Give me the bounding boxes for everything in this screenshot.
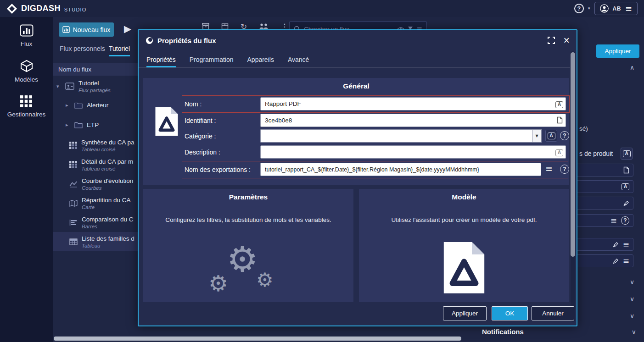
- translate-icon[interactable]: A: [555, 148, 563, 156]
- tab-programmation[interactable]: Programmation: [190, 56, 234, 67]
- app-logo-suffix: STUDIO: [64, 7, 87, 12]
- dialog-titlebar: Propriétés du flux ×: [139, 30, 577, 50]
- identifiant-input[interactable]: [260, 114, 566, 127]
- cancel-button[interactable]: Annuler: [532, 306, 574, 320]
- archive-icon[interactable]: [202, 23, 209, 30]
- partial-label: sé): [579, 125, 588, 132]
- sidebar-item-modeles[interactable]: Modèles: [15, 60, 38, 83]
- crosstab-icon: [69, 142, 77, 149]
- caret-expanded-icon[interactable]: ▾: [56, 84, 61, 89]
- digdash-logo-icon: [6, 3, 17, 14]
- description-input[interactable]: [260, 145, 566, 159]
- gear-icon: ⚙: [208, 272, 228, 294]
- tab-flux-personnels[interactable]: Flux personnels: [60, 45, 105, 55]
- flux-properties-dialog: Propriétés du flux × Propriétés Programm…: [138, 29, 577, 326]
- partial-label-produit: s de produit: [579, 150, 613, 157]
- play-icon[interactable]: ▶: [124, 24, 131, 34]
- help-dropdown-caret-icon[interactable]: ▾: [588, 6, 590, 11]
- list-icon: ≡: [623, 241, 629, 248]
- translate-icon: A: [548, 132, 555, 139]
- section-expand-icon[interactable]: ∨: [630, 279, 634, 285]
- tab-tutoriel[interactable]: Tutoriel: [109, 45, 130, 56]
- tab-avance[interactable]: Avancé: [288, 56, 309, 67]
- chevron-down-icon: ∨: [632, 329, 636, 335]
- modele-description: Utilisez l'assistant pour créer un modèl…: [359, 216, 569, 223]
- general-section: Général Nom : A Identifiant : Catégorie …: [143, 78, 569, 185]
- parametres-description: Configurez les filtres, la substitution …: [143, 216, 353, 223]
- close-icon[interactable]: ×: [564, 35, 570, 46]
- grid-icon: [20, 95, 32, 107]
- folder-icon: [74, 102, 83, 109]
- folder-icon: [74, 121, 83, 128]
- translate-icon[interactable]: A: [555, 100, 563, 108]
- section-expand-icon[interactable]: ∨: [630, 313, 634, 319]
- list-icon: ≡: [623, 257, 629, 265]
- gear-icon: ⚙: [227, 242, 258, 277]
- digdash-studio-window: DIGDASH STUDIO ? ▾ AB ≡: [0, 0, 644, 342]
- section-expand-icon[interactable]: ∨: [630, 296, 634, 302]
- categorie-select[interactable]: ▼: [260, 129, 542, 143]
- maximize-icon[interactable]: [547, 36, 555, 44]
- new-flux-button[interactable]: Nouveau flux: [59, 22, 114, 37]
- help-icon[interactable]: ?: [574, 4, 584, 13]
- translate-icon: A: [623, 150, 631, 157]
- translate-icon: A: [622, 183, 629, 190]
- description-label: Description :: [185, 145, 220, 159]
- identifiant-label: Identifiant :: [185, 114, 216, 127]
- pdf-file-icon-large: [441, 240, 487, 295]
- sidebar-label: Flux: [21, 40, 33, 47]
- dialog-tabs: Propriétés Programmation Appareils Avanc…: [139, 50, 570, 68]
- modele-title: Modèle: [359, 189, 569, 201]
- tab-proprietes[interactable]: Propriétés: [146, 56, 176, 67]
- sidebar-item-flux[interactable]: Flux: [20, 24, 34, 47]
- dialog-title: Propriétés du flux: [157, 37, 216, 44]
- table-icon: [69, 238, 78, 245]
- panel-apply-button[interactable]: Appliquer: [596, 44, 639, 58]
- line-chart-icon: [69, 181, 78, 188]
- apply-button[interactable]: Appliquer: [443, 306, 487, 320]
- select-caret-icon[interactable]: ▼: [532, 129, 542, 143]
- section-collapse-icon[interactable]: ∧: [630, 64, 634, 71]
- user-menu[interactable]: AB ≡: [594, 2, 638, 15]
- digdash-dialog-icon: [146, 37, 153, 44]
- flux-bar-chart-icon: [20, 24, 34, 37]
- nom-input[interactable]: [260, 97, 566, 110]
- main-menu-icon[interactable]: ≡: [625, 5, 632, 13]
- export-label: Nom des exportations :: [185, 163, 251, 177]
- sidebar: Flux Modèles Gestionnaires: [0, 17, 53, 342]
- parametres-title: Paramètres: [143, 189, 353, 201]
- categorie-select-value[interactable]: [260, 129, 532, 143]
- tab-appareils[interactable]: Appareils: [247, 56, 274, 67]
- ok-button[interactable]: OK: [492, 306, 528, 320]
- modele-panel[interactable]: Modèle Utilisez l'assistant pour créer u…: [359, 189, 569, 302]
- sidebar-label: Modèles: [15, 76, 38, 83]
- export-input[interactable]: [260, 163, 541, 176]
- translate-button[interactable]: A: [545, 130, 557, 142]
- package-icon[interactable]: [221, 23, 229, 30]
- shared-flux-icon: [65, 83, 74, 90]
- translate-button[interactable]: A: [621, 148, 633, 160]
- list-button-icon[interactable]: ≡: [545, 164, 553, 173]
- list-icon: ≡: [610, 217, 617, 225]
- dialog-scrollbar-thumb[interactable]: [571, 52, 575, 257]
- sidebar-item-gestionnaires[interactable]: Gestionnaires: [7, 95, 45, 118]
- help-icon[interactable]: ?: [560, 165, 569, 174]
- pencil-icon: [623, 200, 629, 206]
- categorie-label: Catégorie :: [185, 129, 216, 143]
- user-initials: AB: [613, 6, 621, 12]
- user-icon: [600, 4, 609, 13]
- bars-icon: [69, 219, 78, 226]
- mini-chart-icon: [62, 26, 70, 33]
- help-icon[interactable]: ?: [560, 131, 569, 140]
- help-icon: ?: [621, 216, 629, 225]
- dialog-scrollbar[interactable]: [571, 51, 575, 322]
- caret-collapsed-icon[interactable]: ▸: [66, 103, 70, 108]
- topbar: DIGDASH STUDIO ? ▾ AB ≡: [0, 0, 644, 17]
- horizontal-scrollbar-thumb[interactable]: [54, 336, 461, 341]
- caret-collapsed-icon[interactable]: ▸: [66, 122, 70, 127]
- file-icon[interactable]: [557, 116, 563, 124]
- file-icon: [623, 166, 629, 174]
- parametres-panel[interactable]: Paramètres Configurez les filtres, la su…: [143, 189, 353, 302]
- users-icon[interactable]: [259, 23, 269, 29]
- map-icon: [69, 200, 78, 207]
